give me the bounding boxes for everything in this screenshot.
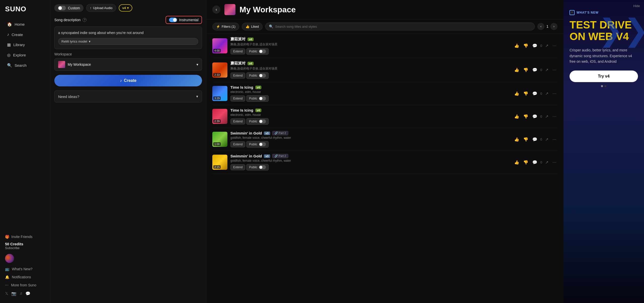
dislike-button[interactable]: 👎 <box>522 42 529 49</box>
public-toggle[interactable]: Public <box>246 118 269 125</box>
comment-button[interactable]: 💬 <box>531 66 538 73</box>
extend-button[interactable]: Extend <box>230 73 245 79</box>
sidebar-item-home[interactable]: 🏠 Home <box>2 19 48 29</box>
song-thumbnail[interactable]: 2:33 <box>212 62 227 78</box>
song-name[interactable]: 蘑菇派对 <box>230 61 246 66</box>
song-info: Time Is Icing v4 electronic, edm, house … <box>230 108 510 125</box>
back-button[interactable]: ‹ <box>212 6 220 14</box>
more-options-button[interactable]: ⋯ <box>551 113 557 120</box>
prev-page-button[interactable]: ‹ <box>537 23 544 30</box>
try-v4-button[interactable]: Try v4 <box>570 71 638 82</box>
song-name[interactable]: Swimmin' in Gold <box>230 131 262 135</box>
lyrics-model-button[interactable]: ReMi lyrics model ▾ <box>58 38 198 45</box>
public-toggle-switch[interactable] <box>259 119 266 123</box>
sidebar-item-explore[interactable]: ◎ Explore <box>2 50 48 60</box>
share-button[interactable]: ↗ <box>544 136 549 143</box>
extend-button[interactable]: Extend <box>230 95 245 102</box>
comment-button[interactable]: 💬 <box>531 136 538 143</box>
more-options-button[interactable]: ⋯ <box>551 42 557 49</box>
share-button[interactable]: ↗ <box>544 66 549 73</box>
public-toggle[interactable]: Public <box>246 141 269 148</box>
public-toggle[interactable]: Public <box>246 164 269 171</box>
version-button[interactable]: v4 ▾ <box>119 4 132 12</box>
twitter-icon[interactable]: 𝕏 <box>5 291 8 296</box>
public-toggle-switch[interactable] <box>259 49 266 53</box>
like-button[interactable]: 👍 <box>513 113 520 120</box>
comment-button[interactable]: 💬 <box>531 159 538 166</box>
custom-toggle-switch[interactable] <box>58 6 66 10</box>
song-name[interactable]: Time Is Icing <box>230 108 253 112</box>
whats-new-item[interactable]: 📺 What's New? <box>2 265 48 273</box>
song-right-actions: 👍 👎 💬 0 ↗ ⋯ <box>513 136 557 143</box>
sidebar-item-library[interactable]: ▦ Library <box>2 40 48 50</box>
avatar[interactable] <box>5 254 14 263</box>
share-button[interactable]: ↗ <box>544 113 549 120</box>
more-options-button[interactable]: ⋯ <box>551 136 557 143</box>
public-toggle-switch[interactable] <box>259 165 266 169</box>
search-box: 🔍 <box>265 22 535 30</box>
filters-button[interactable]: ⚡ Filters (1) <box>212 23 239 30</box>
more-from-suno-item[interactable]: ⋯ More from Suno <box>2 281 48 289</box>
public-toggle-switch[interactable] <box>259 74 266 78</box>
song-thumbnail[interactable]: 4:00 <box>212 38 227 53</box>
dislike-button[interactable]: 👎 <box>522 113 529 120</box>
public-toggle[interactable]: Public <box>246 72 269 79</box>
like-button[interactable]: 👍 <box>513 159 520 166</box>
song-name[interactable]: Time Is Icing <box>230 85 253 89</box>
comment-button[interactable]: 💬 <box>531 90 538 97</box>
more-options-button[interactable]: ⋯ <box>551 159 557 166</box>
extend-button[interactable]: Extend <box>230 141 245 147</box>
song-name[interactable]: 蘑菇派对 <box>230 37 246 42</box>
custom-toggle[interactable]: Custom <box>54 4 84 12</box>
extend-button[interactable]: Extend <box>230 48 245 54</box>
share-button[interactable]: ↗ <box>544 42 549 49</box>
instrumental-toggle[interactable] <box>169 18 177 22</box>
instrumental-toggle-wrap[interactable]: Instrumental <box>166 16 202 24</box>
song-thumbnail[interactable]: 2:39 <box>212 109 227 124</box>
dislike-button[interactable]: 👎 <box>522 159 529 166</box>
dislike-button[interactable]: 👎 <box>522 66 529 73</box>
share-button[interactable]: ↗ <box>544 90 549 97</box>
need-ideas-section[interactable]: Need ideas? ▾ <box>54 90 202 103</box>
like-button[interactable]: 👍 <box>513 42 520 49</box>
public-toggle[interactable]: Public <box>246 95 269 102</box>
extend-button[interactable]: Extend <box>230 164 245 170</box>
hide-panel-button[interactable]: Hide <box>633 4 640 8</box>
sidebar-item-search[interactable]: 🔍 Search <box>2 60 48 70</box>
comment-button[interactable]: 💬 <box>531 113 538 120</box>
invite-friends-button[interactable]: 🎁 Invite Friends <box>2 233 48 241</box>
dislike-button[interactable]: 👎 <box>522 136 529 143</box>
create-button[interactable]: ♪ Create <box>54 75 202 86</box>
instagram-icon[interactable]: 📷 <box>11 291 16 296</box>
search-input[interactable] <box>275 25 531 28</box>
dislike-button[interactable]: 👎 <box>522 90 529 97</box>
tiktok-icon[interactable]: ♬ <box>19 291 22 296</box>
extend-button[interactable]: Extend <box>230 118 245 124</box>
like-button[interactable]: 👍 <box>513 136 520 143</box>
like-button[interactable]: 👍 <box>513 66 520 73</box>
sidebar-item-create[interactable]: ♪ Create <box>2 30 48 39</box>
more-options-button[interactable]: ⋯ <box>551 66 557 73</box>
help-icon[interactable]: ? <box>83 18 87 22</box>
song-thumbnail[interactable]: 1:00 <box>212 132 227 147</box>
comment-button[interactable]: 💬 <box>531 42 538 49</box>
more-options-button[interactable]: ⋯ <box>551 90 557 97</box>
lyrics-box[interactable]: a syncopated indie song about when you'r… <box>54 26 202 49</box>
song-thumbnail[interactable]: 3:29 <box>212 86 227 101</box>
search-icon: 🔍 <box>269 24 273 28</box>
workspace-select[interactable]: My Workspace ▾ <box>54 58 202 71</box>
discord-icon[interactable]: 💬 <box>25 291 30 296</box>
liked-button[interactable]: 👍 Liked <box>242 23 263 30</box>
public-toggle-switch[interactable] <box>259 96 266 100</box>
like-button[interactable]: 👍 <box>513 90 520 97</box>
public-toggle[interactable]: Public <box>246 48 269 55</box>
song-description-row: Song description ? Instrumental <box>54 16 202 24</box>
song-name[interactable]: Swimmin' in Gold <box>230 154 262 158</box>
public-toggle-switch[interactable] <box>259 142 266 146</box>
upload-audio-button[interactable]: ↑ Upload Audio <box>86 4 116 12</box>
subscribe-link[interactable]: Subscribe <box>5 246 45 250</box>
next-page-button[interactable]: › <box>550 23 557 30</box>
song-thumbnail[interactable]: 2:15 <box>212 155 227 170</box>
share-button[interactable]: ↗ <box>544 159 549 166</box>
notifications-item[interactable]: 🔔 Notifications <box>2 273 48 281</box>
